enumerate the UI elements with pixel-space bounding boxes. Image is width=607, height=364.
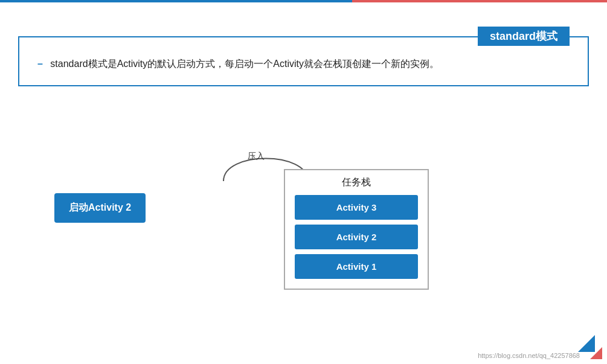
task-stack: 任务栈 Activity 3 Activity 2 Activity 1 xyxy=(284,169,429,290)
task-stack-title: 任务栈 xyxy=(295,176,418,189)
activity-1: Activity 1 xyxy=(295,254,418,279)
activity-2: Activity 2 xyxy=(295,225,418,249)
press-label: 压入 xyxy=(248,151,265,162)
standard-box: standard模式 – standard模式是Activity的默认启动方式，… xyxy=(18,36,589,86)
top-border-blue xyxy=(0,0,364,2)
activity-3: Activity 3 xyxy=(295,195,418,220)
main-content: standard模式 – standard模式是Activity的默认启动方式，… xyxy=(18,12,589,346)
corner-triangle-red xyxy=(590,347,602,359)
watermark: https://blog.csdn.net/qq_42257868 xyxy=(478,352,580,359)
launch-button[interactable]: 启动Activity 2 xyxy=(54,193,146,223)
top-border-red xyxy=(352,0,607,2)
standard-mode-label: standard模式 xyxy=(478,27,570,46)
standard-description: – standard模式是Activity的默认启动方式，每启动一个Activi… xyxy=(37,56,570,73)
diagram-area: 压入 启动Activity 2 任务栈 Activity 3 Activity … xyxy=(18,151,589,356)
dash-symbol: – xyxy=(37,59,43,69)
